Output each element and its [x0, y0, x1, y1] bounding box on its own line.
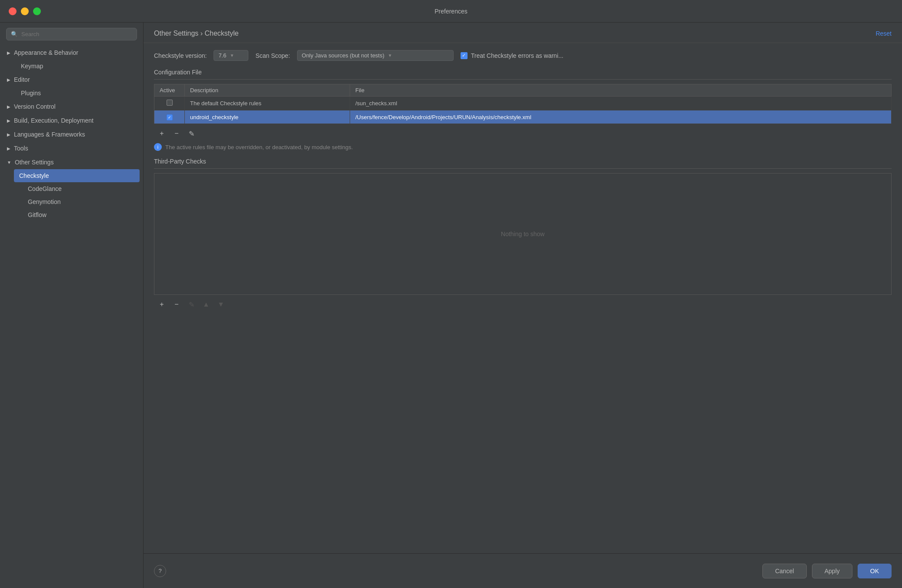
scan-scope-dropdown-arrow: ▼: [388, 53, 392, 58]
scan-scope-label: Scan Scope:: [255, 52, 290, 59]
remove-third-party-button[interactable]: −: [170, 298, 183, 311]
maximize-button[interactable]: [33, 7, 41, 15]
cancel-button[interactable]: Cancel: [762, 564, 807, 578]
active-cell-2: [154, 110, 185, 124]
sidebar-item-plugins[interactable]: Plugins: [0, 87, 143, 100]
treat-errors-checkbox[interactable]: [461, 52, 468, 59]
treat-errors-row: Treat Checkstyle errors as warni...: [461, 52, 564, 59]
row1-checkbox[interactable]: [167, 100, 173, 106]
sidebar-label-other: Other Settings: [15, 159, 54, 166]
title-bar: Preferences: [0, 0, 902, 23]
version-value: 7.6: [218, 52, 226, 59]
sidebar-label-codeglance: CodeGlance: [28, 185, 62, 192]
sidebar-item-checkstyle[interactable]: Checkstyle: [14, 169, 140, 182]
sidebar-label-genymotion: Genymotion: [28, 198, 60, 205]
help-button[interactable]: ?: [154, 565, 166, 577]
panel-header: Other Settings › Checkstyle Reset: [144, 23, 902, 43]
sidebar-label-build: Build, Execution, Deployment: [14, 117, 94, 124]
table-row[interactable]: undroid_checkstyle /Users/fence/Develop/…: [154, 110, 892, 124]
add-config-button[interactable]: +: [156, 127, 168, 140]
treat-errors-label: Treat Checkstyle errors as warni...: [471, 52, 564, 59]
minimize-button[interactable]: [21, 7, 29, 15]
traffic-lights: [9, 7, 41, 15]
version-select[interactable]: 7.6 ▼: [214, 50, 248, 61]
table-row[interactable]: The default Checkstyle rules /sun_checks…: [154, 97, 892, 110]
configuration-file-section: Configuration File Active Description Fi…: [154, 69, 892, 151]
sidebar-label-editor: Editor: [14, 76, 30, 83]
sidebar-item-build-execution[interactable]: ▶ Build, Execution, Deployment: [0, 114, 143, 127]
sidebar-label-keymap: Keymap: [21, 63, 43, 70]
expand-arrow-tools: ▶: [7, 146, 10, 151]
row2-checkbox[interactable]: [167, 114, 173, 120]
sidebar-item-tools[interactable]: ▶ Tools: [0, 141, 143, 155]
third-party-table: Nothing to show: [154, 173, 892, 295]
version-dropdown-arrow: ▼: [230, 53, 234, 58]
window-title: Preferences: [434, 8, 467, 15]
third-party-section: Third-Party Checks Nothing to show + − ✎…: [154, 158, 892, 314]
edit-config-button[interactable]: ✎: [185, 127, 197, 140]
scan-scope-select[interactable]: Only Java sources (but not tests) ▼: [297, 50, 454, 61]
col-header-file: File: [350, 84, 892, 97]
move-up-button[interactable]: ▲: [200, 298, 212, 311]
remove-config-button[interactable]: −: [170, 127, 183, 140]
version-label: Checkstyle version:: [154, 52, 207, 59]
expand-arrow-build: ▶: [7, 118, 10, 123]
sidebar-item-version-control[interactable]: ▶ Version Control: [0, 100, 143, 114]
desc-cell-2: undroid_checkstyle: [185, 110, 350, 124]
search-icon: 🔍: [11, 31, 18, 37]
search-box[interactable]: 🔍: [6, 28, 137, 40]
file-cell-2: /Users/fence/Develop/Android/Projects/UR…: [350, 110, 892, 124]
config-toolbar: + − ✎: [154, 124, 892, 143]
bottom-buttons: Cancel Apply OK: [762, 564, 892, 578]
sidebar-label-vc: Version Control: [14, 103, 56, 110]
sidebar-item-appearance-behavior[interactable]: ▶ Appearance & Behavior: [0, 46, 143, 60]
sidebar-label-plugins: Plugins: [21, 90, 41, 97]
third-party-toolbar: + − ✎ ▲ ▼: [154, 295, 892, 314]
expand-arrow-languages: ▶: [7, 132, 10, 137]
search-input[interactable]: [21, 31, 132, 37]
info-row: i The active rules file may be overridde…: [154, 143, 892, 151]
sidebar-item-gitflow[interactable]: Gitflow: [0, 208, 143, 221]
settings-row: Checkstyle version: 7.6 ▼ Scan Scope: On…: [154, 50, 892, 61]
bottom-bar: ? Cancel Apply OK: [144, 553, 902, 588]
expand-arrow-other: ▼: [7, 160, 11, 165]
add-third-party-button[interactable]: +: [156, 298, 168, 311]
reset-button[interactable]: Reset: [875, 30, 892, 37]
expand-arrow-editor: ▶: [7, 77, 10, 82]
sidebar-label-languages: Languages & Frameworks: [14, 131, 85, 138]
sidebar-item-keymap[interactable]: Keymap: [0, 60, 143, 73]
configuration-file-title: Configuration File: [154, 69, 892, 76]
edit-third-party-button[interactable]: ✎: [185, 298, 197, 311]
move-down-button[interactable]: ▼: [215, 298, 227, 311]
active-cell-1: [154, 97, 185, 110]
ok-button[interactable]: OK: [858, 564, 892, 578]
breadcrumb: Other Settings › Checkstyle: [154, 30, 239, 37]
close-button[interactable]: [9, 7, 17, 15]
sidebar-label-gitflow: Gitflow: [28, 211, 47, 218]
sidebar-item-other-settings[interactable]: ▼ Other Settings: [0, 155, 143, 169]
config-table: Active Description File The: [154, 84, 892, 124]
sidebar-label-tools: Tools: [14, 145, 28, 152]
sidebar-item-codeglance[interactable]: CodeGlance: [0, 182, 143, 195]
sidebar-item-genymotion[interactable]: Genymotion: [0, 195, 143, 208]
nothing-to-show-label: Nothing to show: [501, 231, 545, 237]
scan-scope-value: Only Java sources (but not tests): [302, 52, 384, 59]
right-panel: Other Settings › Checkstyle Reset Checks…: [144, 23, 902, 588]
sidebar: 🔍 ▶ Appearance & Behavior Keymap ▶ Edito…: [0, 23, 144, 588]
sidebar-item-editor[interactable]: ▶ Editor: [0, 73, 143, 87]
file-cell-1: /sun_checks.xml: [350, 97, 892, 110]
col-header-active: Active: [154, 84, 185, 97]
col-header-description: Description: [185, 84, 350, 97]
sidebar-label-appearance-behavior: Appearance & Behavior: [14, 49, 78, 56]
main-content: 🔍 ▶ Appearance & Behavior Keymap ▶ Edito…: [0, 23, 902, 588]
desc-cell-1: The default Checkstyle rules: [185, 97, 350, 110]
apply-button[interactable]: Apply: [812, 564, 852, 578]
panel-body: Checkstyle version: 7.6 ▼ Scan Scope: On…: [144, 43, 902, 553]
info-icon: i: [154, 143, 162, 151]
third-party-title: Third-Party Checks: [154, 158, 892, 165]
sidebar-item-languages-frameworks[interactable]: ▶ Languages & Frameworks: [0, 127, 143, 141]
expand-arrow-appearance: ▶: [7, 50, 10, 55]
expand-arrow-vc: ▶: [7, 104, 10, 109]
sidebar-label-checkstyle: Checkstyle: [19, 172, 49, 179]
preferences-window: Preferences 🔍 ▶ Appearance & Behavior Ke…: [0, 0, 902, 588]
